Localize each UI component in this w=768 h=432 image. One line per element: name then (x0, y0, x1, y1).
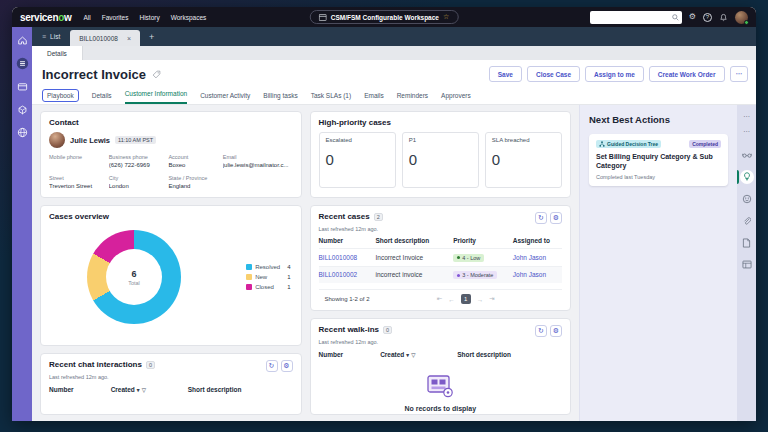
col-created[interactable]: Created ▾ ▽ (111, 386, 188, 393)
assign-to-me-button[interactable]: Assign to me (585, 66, 644, 82)
global-search-input[interactable] (590, 11, 682, 24)
stat-escalated[interactable]: Escalated 0 (319, 132, 396, 188)
filter-icon[interactable]: ▽ (142, 387, 146, 393)
list-circle-icon[interactable] (16, 57, 29, 70)
current-page[interactable]: 1 (461, 294, 471, 304)
close-tab-icon[interactable]: × (127, 35, 131, 42)
recent-walkins-title: Recent walk-ins (319, 325, 379, 334)
user-avatar[interactable] (735, 11, 748, 24)
tab-playbook[interactable]: Playbook (42, 89, 79, 102)
tab-task-slas[interactable]: Task SLAs (1) (311, 92, 351, 104)
save-button[interactable]: Save (489, 66, 522, 82)
workspace-switcher-pill[interactable]: CSM/FSM Configurable Workspace ☆ (310, 10, 459, 24)
field-label: Street (49, 175, 109, 181)
recent-cases-header: Number Short description Priority Assign… (319, 232, 563, 248)
record-tab[interactable]: BILL0010008 × (70, 30, 140, 46)
home-icon[interactable] (16, 34, 29, 47)
cases-overview-title: Cases overview (49, 212, 109, 221)
col-short-description[interactable]: Short description (375, 237, 453, 244)
gear-icon[interactable]: ⚙ (281, 360, 293, 372)
gear-icon[interactable]: ⚙ (550, 212, 562, 224)
prev-page-icon[interactable]: ← (448, 296, 455, 303)
assigned-to-link[interactable]: John Jason (513, 271, 562, 278)
col-number[interactable]: Number (49, 386, 111, 393)
smiley-icon[interactable] (737, 192, 756, 205)
assigned-to-link[interactable]: John Jason (513, 254, 562, 261)
contact-name[interactable]: Julie Lewis (70, 136, 110, 145)
help-icon[interactable]: ? (703, 13, 712, 22)
recent-cases-count-badge: 2 (374, 213, 383, 221)
tag-icon[interactable] (152, 70, 161, 79)
glasses-icon[interactable] (737, 148, 756, 161)
create-work-order-button[interactable]: Create Work Order (649, 66, 725, 82)
next-page-icon[interactable]: → (477, 296, 484, 303)
refresh-icon[interactable]: ↻ (535, 325, 547, 337)
tab-emails[interactable]: Emails (364, 92, 384, 104)
settings-gear-icon[interactable]: ⚙ (689, 13, 696, 21)
stat-p1[interactable]: P1 0 (402, 132, 479, 188)
close-case-button[interactable]: Close Case (527, 66, 580, 82)
donut-total-label: Total (128, 280, 140, 286)
rail-more-icon-2[interactable]: ⋯ (743, 124, 750, 139)
nav-item-workspaces[interactable]: Workspaces (171, 14, 207, 21)
nav-item-history[interactable]: History (139, 14, 159, 21)
legend-label: Closed (255, 284, 287, 290)
tab-customer-information[interactable]: Customer Information (125, 90, 188, 104)
top-nav-right: ⚙ ? (590, 11, 748, 24)
priority-text: 3 - Moderate (462, 272, 493, 278)
col-assigned-to[interactable]: Assigned to (513, 237, 562, 244)
sort-desc-icon[interactable]: ▾ (406, 352, 409, 358)
tab-customer-activity[interactable]: Customer Activity (200, 92, 250, 104)
legend-label: New (255, 274, 287, 280)
field-value: England (168, 183, 222, 189)
gear-icon[interactable]: ⚙ (550, 325, 562, 337)
col-created[interactable]: Created ▾ ▽ (380, 351, 457, 358)
next-best-action-card[interactable]: Guided Decision Tree Completed Set Billi… (589, 134, 728, 186)
tab-approvers[interactable]: Approvers (441, 92, 471, 104)
add-tab-button[interactable]: + (140, 27, 163, 46)
nav-item-favorites[interactable]: Favorites (102, 14, 129, 21)
cases-donut[interactable]: 6 Total (87, 230, 181, 324)
servicenow-logo[interactable]: servicenow (20, 12, 71, 23)
notifications-bell-icon[interactable] (719, 13, 728, 22)
favorite-star-icon[interactable]: ☆ (443, 13, 449, 21)
rail-more-icon[interactable]: ⋯ (743, 109, 750, 124)
last-page-icon[interactable]: ⇥ (489, 295, 494, 303)
col-number[interactable]: Number (319, 237, 376, 244)
nav-item-all[interactable]: All (83, 14, 90, 21)
col-number[interactable]: Number (319, 351, 381, 358)
details-sub-tab[interactable]: Details (32, 46, 83, 60)
case-number-link[interactable]: BILL0010008 (319, 254, 376, 261)
globe-icon[interactable] (16, 126, 29, 139)
col-priority[interactable]: Priority (453, 237, 513, 244)
case-number-link[interactable]: BILL0010002 (319, 271, 376, 278)
workspace-box-icon[interactable] (16, 103, 29, 116)
tab-reminders[interactable]: Reminders (397, 92, 428, 104)
contact-avatar[interactable] (49, 132, 65, 148)
col-short-description[interactable]: Short description (457, 351, 562, 358)
field-label: Email (223, 154, 293, 160)
filter-icon[interactable]: ▽ (411, 352, 415, 358)
legend-item-closed[interactable]: Closed 1 (246, 284, 290, 290)
stat-sla-breached[interactable]: SLA breached 0 (485, 132, 562, 188)
col-short-description[interactable]: Short description (188, 386, 293, 393)
more-actions-button[interactable]: ⋯ (730, 66, 749, 82)
sort-desc-icon[interactable]: ▾ (137, 387, 140, 393)
first-page-icon[interactable]: ⇤ (437, 295, 442, 303)
tab-details[interactable]: Details (92, 92, 112, 104)
legend-item-resolved[interactable]: Resolved 4 (246, 264, 290, 270)
related-list-icon[interactable] (737, 258, 756, 271)
dashboard: Contact Julie Lewis 11:10 AM PST Mobile … (32, 105, 579, 421)
refresh-icon[interactable]: ↻ (266, 360, 278, 372)
field-state-province: State / Province England (168, 175, 222, 189)
document-icon[interactable] (737, 236, 756, 249)
workspace-name: CSM/FSM Configurable Workspace (331, 14, 439, 21)
refresh-icon[interactable]: ↻ (535, 212, 547, 224)
paperclip-icon[interactable] (737, 214, 756, 227)
tab-billing-tasks[interactable]: Billing tasks (263, 92, 297, 104)
payment-card-icon[interactable] (16, 80, 29, 93)
legend-item-new[interactable]: New 1 (246, 274, 290, 280)
list-menu-button[interactable]: ≡ List (32, 27, 70, 46)
next-best-actions-panel: Next Best Actions Guided Decision Tree C… (579, 105, 737, 421)
lightbulb-icon[interactable] (737, 170, 756, 183)
